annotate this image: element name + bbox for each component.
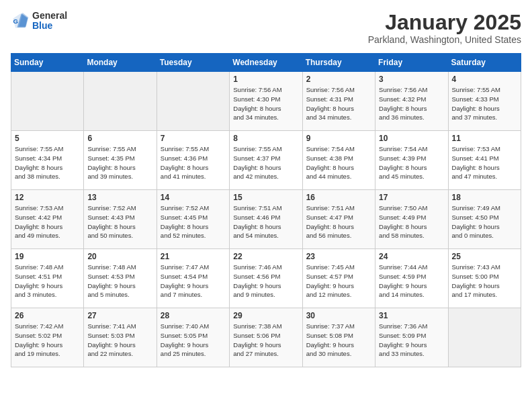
day-info: Sunrise: 7:50 AM Sunset: 4:49 PM Dayligh… xyxy=(379,203,444,240)
day-number: 31 xyxy=(379,311,444,320)
day-info: Sunrise: 7:56 AM Sunset: 4:31 PM Dayligh… xyxy=(306,85,371,122)
day-info: Sunrise: 7:49 AM Sunset: 4:50 PM Dayligh… xyxy=(452,203,517,240)
day-number: 22 xyxy=(233,252,298,261)
day-info: Sunrise: 7:54 AM Sunset: 4:38 PM Dayligh… xyxy=(306,144,371,181)
day-info: Sunrise: 7:53 AM Sunset: 4:41 PM Dayligh… xyxy=(452,144,517,181)
day-header-sunday: Sunday xyxy=(11,54,84,72)
calendar-cell: 30Sunrise: 7:37 AM Sunset: 5:08 PM Dayli… xyxy=(302,308,375,367)
calendar-table: SundayMondayTuesdayWednesdayThursdayFrid… xyxy=(11,53,521,367)
day-number: 3 xyxy=(379,75,444,84)
calendar-cell: 24Sunrise: 7:44 AM Sunset: 4:59 PM Dayli… xyxy=(375,249,448,308)
day-header-thursday: Thursday xyxy=(302,54,375,72)
week-row-1: 1Sunrise: 7:56 AM Sunset: 4:30 PM Daylig… xyxy=(11,72,521,131)
calendar-cell: 11Sunrise: 7:53 AM Sunset: 4:41 PM Dayli… xyxy=(448,131,521,190)
calendar-cell: 27Sunrise: 7:41 AM Sunset: 5:03 PM Dayli… xyxy=(84,308,157,367)
day-info: Sunrise: 7:48 AM Sunset: 4:51 PM Dayligh… xyxy=(15,263,80,300)
logo-icon: G xyxy=(11,11,30,30)
calendar-title: January 2025 xyxy=(368,11,521,34)
calendar-cell: 5Sunrise: 7:55 AM Sunset: 4:34 PM Daylig… xyxy=(11,131,84,190)
calendar-cell: 8Sunrise: 7:55 AM Sunset: 4:37 PM Daylig… xyxy=(230,131,302,190)
logo-blue: Blue xyxy=(32,21,67,31)
day-info: Sunrise: 7:56 AM Sunset: 4:32 PM Dayligh… xyxy=(379,85,444,122)
day-info: Sunrise: 7:46 AM Sunset: 4:56 PM Dayligh… xyxy=(233,263,298,300)
day-number: 29 xyxy=(233,311,298,320)
day-info: Sunrise: 7:45 AM Sunset: 4:57 PM Dayligh… xyxy=(306,263,371,300)
day-number: 6 xyxy=(87,134,152,143)
day-number: 7 xyxy=(161,134,226,143)
day-info: Sunrise: 7:41 AM Sunset: 5:03 PM Dayligh… xyxy=(87,322,152,359)
day-number: 16 xyxy=(306,193,371,202)
calendar-cell: 18Sunrise: 7:49 AM Sunset: 4:50 PM Dayli… xyxy=(448,190,521,249)
day-info: Sunrise: 7:43 AM Sunset: 5:00 PM Dayligh… xyxy=(452,263,517,300)
calendar-cell: 22Sunrise: 7:46 AM Sunset: 4:56 PM Dayli… xyxy=(230,249,302,308)
day-number: 21 xyxy=(161,252,226,261)
day-info: Sunrise: 7:42 AM Sunset: 5:02 PM Dayligh… xyxy=(15,322,80,359)
day-header-monday: Monday xyxy=(84,54,157,72)
day-number: 8 xyxy=(233,134,298,143)
calendar-cell: 15Sunrise: 7:51 AM Sunset: 4:46 PM Dayli… xyxy=(230,190,302,249)
calendar-subtitle: Parkland, Washington, United States xyxy=(368,34,521,45)
day-info: Sunrise: 7:51 AM Sunset: 4:46 PM Dayligh… xyxy=(233,203,298,240)
day-number: 1 xyxy=(233,75,298,84)
day-info: Sunrise: 7:47 AM Sunset: 4:54 PM Dayligh… xyxy=(161,263,226,300)
calendar-cell: 7Sunrise: 7:55 AM Sunset: 4:36 PM Daylig… xyxy=(157,131,229,190)
calendar-cell: 13Sunrise: 7:52 AM Sunset: 4:43 PM Dayli… xyxy=(84,190,157,249)
day-info: Sunrise: 7:52 AM Sunset: 4:45 PM Dayligh… xyxy=(161,203,226,240)
title-block: January 2025 Parkland, Washington, Unite… xyxy=(368,11,521,45)
day-header-friday: Friday xyxy=(375,54,448,72)
calendar-cell: 2Sunrise: 7:56 AM Sunset: 4:31 PM Daylig… xyxy=(302,72,375,131)
calendar-cell: 10Sunrise: 7:54 AM Sunset: 4:39 PM Dayli… xyxy=(375,131,448,190)
week-row-5: 26Sunrise: 7:42 AM Sunset: 5:02 PM Dayli… xyxy=(11,308,521,367)
day-info: Sunrise: 7:52 AM Sunset: 4:43 PM Dayligh… xyxy=(87,203,152,240)
calendar-cell: 14Sunrise: 7:52 AM Sunset: 4:45 PM Dayli… xyxy=(157,190,229,249)
calendar-cell: 21Sunrise: 7:47 AM Sunset: 4:54 PM Dayli… xyxy=(157,249,229,308)
day-number: 14 xyxy=(161,193,226,202)
week-row-2: 5Sunrise: 7:55 AM Sunset: 4:34 PM Daylig… xyxy=(11,131,521,190)
day-number: 26 xyxy=(15,311,80,320)
day-number: 18 xyxy=(452,193,517,202)
day-info: Sunrise: 7:55 AM Sunset: 4:36 PM Dayligh… xyxy=(161,144,226,181)
day-header-wednesday: Wednesday xyxy=(230,54,302,72)
days-header-row: SundayMondayTuesdayWednesdayThursdayFrid… xyxy=(11,54,521,72)
day-number: 27 xyxy=(87,311,152,320)
day-header-tuesday: Tuesday xyxy=(157,54,229,72)
day-info: Sunrise: 7:51 AM Sunset: 4:47 PM Dayligh… xyxy=(306,203,371,240)
day-number: 24 xyxy=(379,252,444,261)
day-info: Sunrise: 7:55 AM Sunset: 4:35 PM Dayligh… xyxy=(87,144,152,181)
calendar-cell: 26Sunrise: 7:42 AM Sunset: 5:02 PM Dayli… xyxy=(11,308,84,367)
day-info: Sunrise: 7:55 AM Sunset: 4:33 PM Dayligh… xyxy=(452,85,517,122)
day-number: 10 xyxy=(379,134,444,143)
day-header-saturday: Saturday xyxy=(448,54,521,72)
calendar-cell: 4Sunrise: 7:55 AM Sunset: 4:33 PM Daylig… xyxy=(448,72,521,131)
week-row-4: 19Sunrise: 7:48 AM Sunset: 4:51 PM Dayli… xyxy=(11,249,521,308)
calendar-cell: 23Sunrise: 7:45 AM Sunset: 4:57 PM Dayli… xyxy=(302,249,375,308)
calendar-cell xyxy=(84,72,157,131)
calendar-cell: 25Sunrise: 7:43 AM Sunset: 5:00 PM Dayli… xyxy=(448,249,521,308)
day-number: 30 xyxy=(306,311,371,320)
calendar-cell: 1Sunrise: 7:56 AM Sunset: 4:30 PM Daylig… xyxy=(230,72,302,131)
day-number: 28 xyxy=(161,311,226,320)
day-info: Sunrise: 7:55 AM Sunset: 4:37 PM Dayligh… xyxy=(233,144,298,181)
day-number: 15 xyxy=(233,193,298,202)
day-info: Sunrise: 7:48 AM Sunset: 4:53 PM Dayligh… xyxy=(87,263,152,300)
day-info: Sunrise: 7:37 AM Sunset: 5:08 PM Dayligh… xyxy=(306,322,371,359)
logo-general: General xyxy=(32,10,67,21)
day-number: 25 xyxy=(452,252,517,261)
calendar-cell: 31Sunrise: 7:36 AM Sunset: 5:09 PM Dayli… xyxy=(375,308,448,367)
calendar-cell: 29Sunrise: 7:38 AM Sunset: 5:06 PM Dayli… xyxy=(230,308,302,367)
day-number: 4 xyxy=(452,75,517,84)
day-info: Sunrise: 7:53 AM Sunset: 4:42 PM Dayligh… xyxy=(15,203,80,240)
calendar-cell: 28Sunrise: 7:40 AM Sunset: 5:05 PM Dayli… xyxy=(157,308,229,367)
day-info: Sunrise: 7:54 AM Sunset: 4:39 PM Dayligh… xyxy=(379,144,444,181)
day-info: Sunrise: 7:40 AM Sunset: 5:05 PM Dayligh… xyxy=(161,322,226,359)
svg-text:G: G xyxy=(13,17,18,25)
calendar-cell: 12Sunrise: 7:53 AM Sunset: 4:42 PM Dayli… xyxy=(11,190,84,249)
day-number: 9 xyxy=(306,134,371,143)
day-number: 2 xyxy=(306,75,371,84)
day-info: Sunrise: 7:38 AM Sunset: 5:06 PM Dayligh… xyxy=(233,322,298,359)
day-info: Sunrise: 7:36 AM Sunset: 5:09 PM Dayligh… xyxy=(379,322,444,359)
calendar-cell xyxy=(448,308,521,367)
day-number: 5 xyxy=(15,134,80,143)
calendar-cell: 19Sunrise: 7:48 AM Sunset: 4:51 PM Dayli… xyxy=(11,249,84,308)
logo: G General Blue xyxy=(11,11,67,32)
